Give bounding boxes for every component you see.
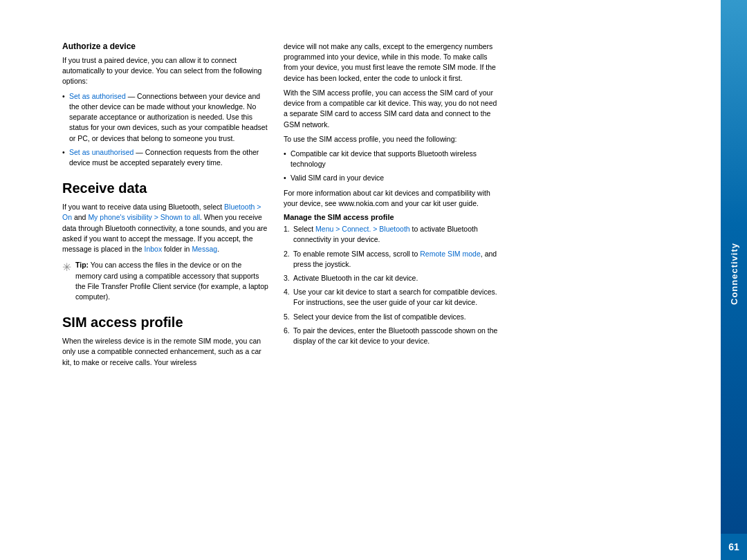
tip-icon: ✳	[62, 261, 71, 274]
receive-section: Receive data If you want to receive data…	[62, 180, 270, 302]
tip-label: Tip:	[75, 261, 89, 269]
sim-section: SIM access profile When the wireless dev…	[62, 315, 270, 368]
receive-intro-end: .	[217, 245, 219, 253]
step-3: Activate Bluetooth in the car kit device…	[284, 273, 498, 283]
authorize-bullet-1: Set as authorised — Connections between …	[62, 91, 270, 144]
visibility-link[interactable]: My phone's visibility > Shown to all	[88, 213, 200, 221]
right-para1: device will not make any calls, except t…	[284, 41, 498, 84]
sim-req-2: Valid SIM card in your device	[284, 173, 498, 183]
receive-intro-mid: and	[72, 213, 88, 221]
sidebar: Connectivity 61	[721, 0, 747, 560]
page-container: Authorize a device If you trust a paired…	[0, 0, 747, 560]
right-para2: With the SIM access profile, you can acc…	[284, 88, 498, 130]
step-1-link[interactable]: Menu > Connect. > Bluetooth	[315, 225, 410, 233]
right-para3: To use the SIM access profile, you need …	[284, 134, 498, 144]
set-unauthorised-link[interactable]: Set as unauthorised	[69, 148, 133, 156]
step-1-before: Select	[293, 225, 315, 233]
right-para4: For more information about car kit devic…	[284, 188, 498, 209]
messag-link[interactable]: Messag	[192, 245, 217, 253]
tip-body: You can access the files in the device o…	[75, 261, 268, 301]
manage-steps-list: Select Menu > Connect. > Bluetooth to ac…	[284, 224, 498, 346]
set-authorised-link[interactable]: Set as authorised	[69, 92, 126, 100]
inbox-link[interactable]: Inbox	[144, 245, 162, 253]
sim-req-1: Compatible car kit device that supports …	[284, 149, 498, 169]
manage-heading: Manage the SIM access profile	[284, 213, 498, 221]
step-2: To enable remote SIM access, scroll to R…	[284, 249, 498, 270]
tip-box: ✳ Tip: You can access the files in the d…	[62, 260, 270, 302]
authorize-bullet-list: Set as authorised — Connections between …	[62, 91, 270, 169]
sim-intro: When the wireless device is in the remot…	[62, 336, 270, 368]
step-6: To pair the devices, enter the Bluetooth…	[284, 326, 498, 346]
authorize-section: Authorize a device If you trust a paired…	[62, 41, 270, 168]
authorize-bullet-2: Set as unauthorised — Connection request…	[62, 147, 270, 168]
step-2-link[interactable]: Remote SIM mode	[420, 250, 481, 258]
receive-intro-after2: folder in	[162, 245, 192, 253]
sim-requirements-list: Compatible car kit device that supports …	[284, 149, 498, 184]
authorize-heading: Authorize a device	[62, 41, 270, 51]
receive-intro-before: If you want to receive data using Blueto…	[62, 203, 224, 211]
step-2-before: To enable remote SIM access, scroll to	[293, 250, 420, 258]
receive-heading: Receive data	[62, 180, 270, 196]
step-1: Select Menu > Connect. > Bluetooth to ac…	[284, 224, 498, 245]
authorize-intro: If you trust a paired device, you can al…	[62, 55, 270, 87]
tip-text: Tip: You can access the files in the dev…	[75, 260, 270, 302]
step-5: Select your device from the list of comp…	[284, 312, 498, 322]
sidebar-label: Connectivity	[729, 14, 739, 534]
sim-heading: SIM access profile	[62, 315, 270, 330]
receive-intro: If you want to receive data using Blueto…	[62, 202, 270, 254]
main-content: Authorize a device If you trust a paired…	[0, 0, 721, 560]
left-column: Authorize a device If you trust a paired…	[62, 41, 270, 539]
step-4: Use your car kit device to start a searc…	[284, 287, 498, 308]
right-column: device will not make any calls, except t…	[284, 41, 498, 539]
page-number: 61	[721, 534, 747, 560]
